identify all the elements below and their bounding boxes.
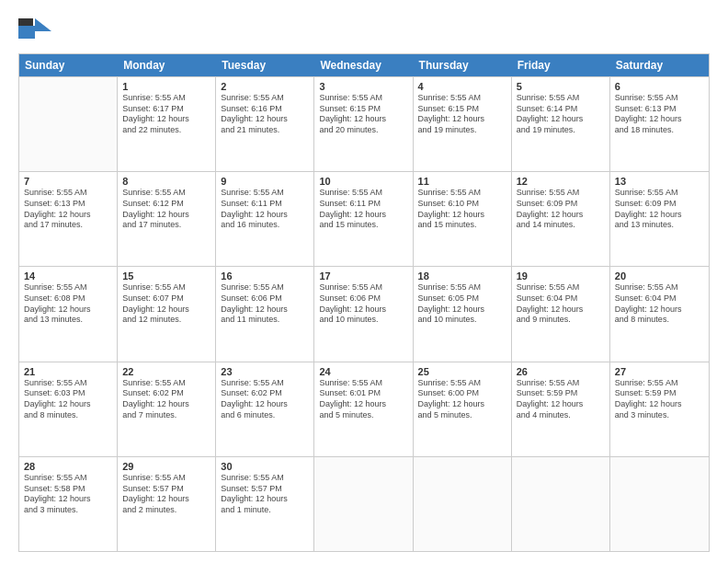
svg-rect-0	[18, 26, 35, 39]
calendar-row-1: 1Sunrise: 5:55 AM Sunset: 6:17 PM Daylig…	[19, 76, 709, 171]
calendar-cell: 7Sunrise: 5:55 AM Sunset: 6:13 PM Daylig…	[19, 172, 118, 266]
calendar-cell	[19, 77, 118, 171]
calendar-cell: 4Sunrise: 5:55 AM Sunset: 6:15 PM Daylig…	[414, 77, 512, 171]
cell-info: Sunrise: 5:55 AM Sunset: 6:04 PM Dayligh…	[517, 282, 605, 326]
calendar-cell: 20Sunrise: 5:55 AM Sunset: 6:04 PM Dayli…	[610, 267, 709, 361]
cell-info: Sunrise: 5:55 AM Sunset: 5:57 PM Dayligh…	[122, 473, 210, 516]
page: SundayMondayTuesdayWednesdayThursdayFrid…	[0, 0, 728, 563]
calendar-cell: 30Sunrise: 5:55 AM Sunset: 5:57 PM Dayli…	[216, 457, 314, 551]
cell-info: Sunrise: 5:55 AM Sunset: 6:16 PM Dayligh…	[221, 93, 309, 136]
header-day-friday: Friday	[512, 54, 610, 76]
day-number: 24	[319, 366, 407, 377]
cell-info: Sunrise: 5:55 AM Sunset: 6:12 PM Dayligh…	[122, 188, 210, 231]
calendar-cell: 25Sunrise: 5:55 AM Sunset: 6:00 PM Dayli…	[414, 362, 512, 456]
calendar-cell: 22Sunrise: 5:55 AM Sunset: 6:02 PM Dayli…	[118, 362, 216, 456]
calendar-cell	[414, 457, 512, 551]
cell-info: Sunrise: 5:55 AM Sunset: 6:08 PM Dayligh…	[24, 282, 112, 326]
cell-info: Sunrise: 5:55 AM Sunset: 6:09 PM Dayligh…	[517, 188, 605, 231]
day-number: 13	[615, 176, 704, 187]
day-number: 6	[615, 81, 704, 92]
calendar-cell: 29Sunrise: 5:55 AM Sunset: 5:57 PM Dayli…	[118, 457, 216, 551]
logo	[18, 18, 55, 46]
day-number: 18	[418, 270, 506, 282]
calendar-cell: 5Sunrise: 5:55 AM Sunset: 6:14 PM Daylig…	[512, 77, 610, 171]
cell-info: Sunrise: 5:55 AM Sunset: 6:02 PM Dayligh…	[221, 378, 309, 421]
day-number: 2	[221, 81, 309, 92]
cell-info: Sunrise: 5:55 AM Sunset: 5:59 PM Dayligh…	[615, 378, 704, 421]
day-number: 28	[24, 461, 112, 472]
calendar-cell: 8Sunrise: 5:55 AM Sunset: 6:12 PM Daylig…	[118, 172, 216, 266]
day-number: 10	[319, 176, 407, 187]
cell-info: Sunrise: 5:55 AM Sunset: 6:09 PM Dayligh…	[615, 188, 704, 231]
header-day-sunday: Sunday	[19, 54, 118, 76]
cell-info: Sunrise: 5:55 AM Sunset: 6:04 PM Dayligh…	[615, 282, 704, 326]
calendar-cell: 26Sunrise: 5:55 AM Sunset: 5:59 PM Dayli…	[512, 362, 610, 456]
cell-info: Sunrise: 5:55 AM Sunset: 5:59 PM Dayligh…	[517, 378, 605, 421]
calendar-cell: 28Sunrise: 5:55 AM Sunset: 5:58 PM Dayli…	[19, 457, 118, 551]
calendar-row-4: 21Sunrise: 5:55 AM Sunset: 6:03 PM Dayli…	[19, 362, 709, 456]
header-day-saturday: Saturday	[610, 54, 709, 76]
day-number: 5	[517, 81, 605, 92]
header-day-tuesday: Tuesday	[216, 54, 314, 76]
calendar-cell: 19Sunrise: 5:55 AM Sunset: 6:04 PM Dayli…	[512, 267, 610, 361]
calendar-body: 1Sunrise: 5:55 AM Sunset: 6:17 PM Daylig…	[19, 76, 709, 551]
calendar-row-5: 28Sunrise: 5:55 AM Sunset: 5:58 PM Dayli…	[19, 456, 709, 551]
calendar-cell: 2Sunrise: 5:55 AM Sunset: 6:16 PM Daylig…	[216, 77, 314, 171]
cell-info: Sunrise: 5:55 AM Sunset: 6:14 PM Dayligh…	[517, 93, 605, 136]
calendar-row-3: 14Sunrise: 5:55 AM Sunset: 6:08 PM Dayli…	[19, 266, 709, 361]
cell-info: Sunrise: 5:55 AM Sunset: 6:06 PM Dayligh…	[319, 282, 407, 326]
header-day-monday: Monday	[118, 54, 216, 76]
calendar-cell: 9Sunrise: 5:55 AM Sunset: 6:11 PM Daylig…	[216, 172, 314, 266]
cell-info: Sunrise: 5:55 AM Sunset: 6:00 PM Dayligh…	[418, 378, 506, 421]
day-number: 7	[24, 176, 112, 187]
cell-info: Sunrise: 5:55 AM Sunset: 6:15 PM Dayligh…	[319, 93, 407, 136]
calendar-cell: 16Sunrise: 5:55 AM Sunset: 6:06 PM Dayli…	[216, 267, 314, 361]
cell-info: Sunrise: 5:55 AM Sunset: 6:06 PM Dayligh…	[221, 282, 309, 326]
cell-info: Sunrise: 5:55 AM Sunset: 6:13 PM Dayligh…	[615, 93, 704, 136]
day-number: 23	[221, 366, 309, 377]
calendar-cell: 10Sunrise: 5:55 AM Sunset: 6:11 PM Dayli…	[314, 172, 413, 266]
cell-info: Sunrise: 5:55 AM Sunset: 6:13 PM Dayligh…	[24, 188, 112, 231]
day-number: 30	[221, 461, 309, 472]
header	[18, 15, 710, 46]
day-number: 19	[517, 270, 605, 282]
calendar-cell: 6Sunrise: 5:55 AM Sunset: 6:13 PM Daylig…	[610, 77, 709, 171]
calendar-cell	[314, 457, 413, 551]
day-number: 22	[122, 366, 210, 377]
cell-info: Sunrise: 5:55 AM Sunset: 6:01 PM Dayligh…	[319, 378, 407, 421]
day-number: 29	[122, 461, 210, 472]
calendar-cell: 17Sunrise: 5:55 AM Sunset: 6:06 PM Dayli…	[314, 267, 413, 361]
calendar-cell: 1Sunrise: 5:55 AM Sunset: 6:17 PM Daylig…	[118, 77, 216, 171]
calendar-cell: 11Sunrise: 5:55 AM Sunset: 6:10 PM Dayli…	[414, 172, 512, 266]
calendar-cell: 15Sunrise: 5:55 AM Sunset: 6:07 PM Dayli…	[118, 267, 216, 361]
cell-info: Sunrise: 5:55 AM Sunset: 6:11 PM Dayligh…	[221, 188, 309, 231]
calendar-cell: 24Sunrise: 5:55 AM Sunset: 6:01 PM Dayli…	[314, 362, 413, 456]
cell-info: Sunrise: 5:55 AM Sunset: 6:02 PM Dayligh…	[122, 378, 210, 421]
calendar-row-2: 7Sunrise: 5:55 AM Sunset: 6:13 PM Daylig…	[19, 171, 709, 266]
day-number: 21	[24, 366, 112, 377]
cell-info: Sunrise: 5:55 AM Sunset: 6:05 PM Dayligh…	[418, 282, 506, 326]
cell-info: Sunrise: 5:55 AM Sunset: 6:15 PM Dayligh…	[418, 93, 506, 136]
day-number: 12	[517, 176, 605, 187]
day-number: 16	[221, 270, 309, 282]
calendar-cell: 23Sunrise: 5:55 AM Sunset: 6:02 PM Dayli…	[216, 362, 314, 456]
calendar-cell	[610, 457, 709, 551]
calendar-cell: 3Sunrise: 5:55 AM Sunset: 6:15 PM Daylig…	[314, 77, 413, 171]
calendar-cell: 14Sunrise: 5:55 AM Sunset: 6:08 PM Dayli…	[19, 267, 118, 361]
cell-info: Sunrise: 5:55 AM Sunset: 6:10 PM Dayligh…	[418, 188, 506, 231]
cell-info: Sunrise: 5:55 AM Sunset: 6:11 PM Dayligh…	[319, 188, 407, 231]
day-number: 17	[319, 270, 407, 282]
calendar-cell	[512, 457, 610, 551]
day-number: 3	[319, 81, 407, 92]
day-number: 26	[517, 366, 605, 377]
calendar-cell: 27Sunrise: 5:55 AM Sunset: 5:59 PM Dayli…	[610, 362, 709, 456]
day-number: 8	[122, 176, 210, 187]
cell-info: Sunrise: 5:55 AM Sunset: 6:03 PM Dayligh…	[24, 378, 112, 421]
day-number: 25	[418, 366, 506, 377]
cell-info: Sunrise: 5:55 AM Sunset: 5:57 PM Dayligh…	[221, 473, 309, 516]
day-number: 11	[418, 176, 506, 187]
day-number: 15	[122, 270, 210, 282]
cell-info: Sunrise: 5:55 AM Sunset: 6:17 PM Dayligh…	[122, 93, 210, 136]
day-number: 14	[24, 270, 112, 282]
svg-marker-1	[35, 18, 51, 31]
